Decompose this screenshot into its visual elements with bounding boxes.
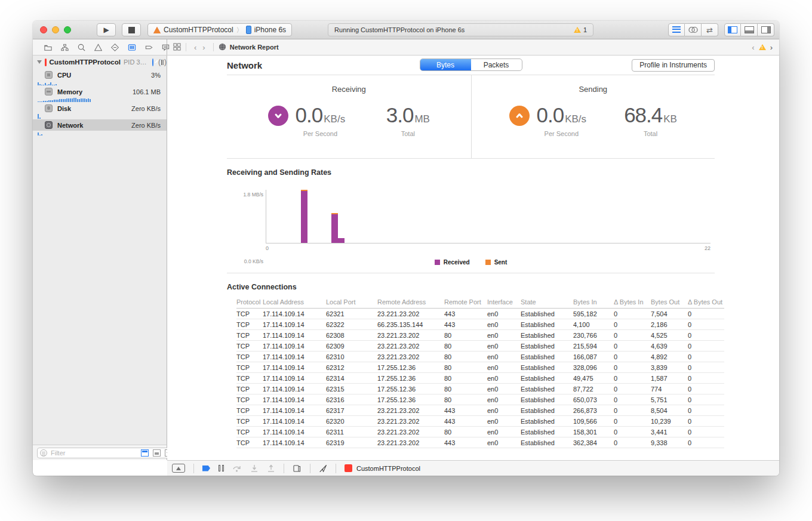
previous-issue-button[interactable]: ‹ xyxy=(751,43,755,52)
rates-chart-section: Receiving and Sending Rates 1.8 MB/s 0.0… xyxy=(227,159,715,273)
gauge-row-cpu[interactable]: CPU3% xyxy=(33,69,167,85)
column-header[interactable]: Remote Address xyxy=(377,297,444,309)
find-navigator-icon[interactable] xyxy=(77,43,86,52)
column-header[interactable]: State xyxy=(521,297,573,309)
toggle-debug-area-button[interactable] xyxy=(741,23,758,36)
table-row[interactable]: TCP17.114.109.146231617.255.12.3680en0Es… xyxy=(236,394,724,405)
run-button[interactable]: ▶ xyxy=(97,23,116,36)
step-over-button[interactable] xyxy=(232,464,242,473)
column-header[interactable]: Protocol xyxy=(236,297,263,309)
table-cell: 80 xyxy=(444,384,487,394)
filter-running-toggle-icon[interactable] xyxy=(141,449,149,457)
debug-navigator-icon[interactable] xyxy=(127,43,137,52)
segment-packets[interactable]: Packets xyxy=(471,59,522,70)
warning-count[interactable]: 1 xyxy=(583,26,587,33)
table-cell: 0 xyxy=(688,309,724,319)
table-row[interactable]: TCP17.114.109.146231417.255.12.3680en0Es… xyxy=(236,373,724,384)
column-header[interactable]: Local Port xyxy=(326,297,377,309)
related-items-icon[interactable] xyxy=(173,43,181,52)
table-row[interactable]: TCP17.114.109.146231023.221.23.20280en0E… xyxy=(236,352,724,362)
assistant-editor-button[interactable] xyxy=(685,23,702,36)
y-axis-top-label: 1.8 MB/s xyxy=(216,192,263,198)
jump-bar-title[interactable]: Network Report xyxy=(230,44,279,51)
zoom-window-button[interactable] xyxy=(64,26,71,33)
table-row[interactable]: TCP17.114.109.146231723.221.23.202443en0… xyxy=(236,405,724,416)
forward-chevron[interactable]: › xyxy=(199,43,208,52)
table-row[interactable]: TCP17.114.109.146231517.255.12.3680en0Es… xyxy=(236,384,724,394)
back-chevron[interactable]: ‹ xyxy=(191,43,199,52)
navigator-filter-bar xyxy=(33,445,167,460)
column-header[interactable]: Local Address xyxy=(263,297,326,309)
breakpoints-toggle-button[interactable] xyxy=(202,465,210,471)
table-cell: TCP xyxy=(236,384,263,394)
toggle-navigator-button[interactable] xyxy=(724,23,741,36)
symbol-navigator-icon[interactable] xyxy=(60,43,69,52)
filter-icon xyxy=(40,449,47,457)
project-navigator-icon[interactable] xyxy=(44,43,53,52)
standard-editor-button[interactable] xyxy=(668,23,685,36)
issue-navigator-icon[interactable] xyxy=(94,43,103,52)
table-cell: 62312 xyxy=(326,362,377,373)
column-header[interactable]: Δ Bytes In xyxy=(614,297,651,309)
simulate-location-button[interactable] xyxy=(319,464,327,473)
minimize-window-button[interactable] xyxy=(52,26,59,33)
table-cell: Established xyxy=(521,319,573,330)
table-cell: 2,186 xyxy=(651,319,688,330)
column-header[interactable]: Remote Port xyxy=(444,297,487,309)
table-cell: 62310 xyxy=(326,352,377,362)
receiving-total-value: 3.0 xyxy=(386,103,414,127)
step-into-button[interactable] xyxy=(250,464,259,473)
segment-bytes[interactable]: Bytes xyxy=(420,59,471,70)
close-window-button[interactable] xyxy=(40,26,47,33)
table-row[interactable]: TCP17.114.109.146231923.221.23.202443en0… xyxy=(236,437,724,448)
filter-view-toggle-icon[interactable] xyxy=(153,449,161,457)
iphone-icon xyxy=(246,26,251,34)
test-navigator-icon[interactable] xyxy=(110,43,119,52)
scheme-selector[interactable]: CustomHTTPProtocol 〉 iPhone 6s xyxy=(147,23,292,36)
column-header[interactable]: Interface xyxy=(487,297,521,309)
pause-execution-button[interactable] xyxy=(219,465,224,471)
memory-debug-icon[interactable]: () xyxy=(158,58,167,66)
next-issue-button[interactable]: › xyxy=(770,43,773,52)
gauge-row-memory[interactable]: Memory106.1 MB xyxy=(33,86,167,102)
stop-button[interactable] xyxy=(122,23,141,36)
column-header[interactable]: Bytes Out xyxy=(651,297,688,309)
table-row[interactable]: TCP17.114.109.146230923.221.23.20280en0E… xyxy=(236,341,724,352)
receiving-rate-value: 0.0 xyxy=(296,103,323,127)
table-cell: 443 xyxy=(444,405,487,416)
table-cell: 0 xyxy=(688,437,724,448)
breakpoint-navigator-icon[interactable] xyxy=(144,43,153,52)
column-header[interactable]: Δ Bytes Out xyxy=(688,297,724,309)
filter-input[interactable] xyxy=(50,449,137,457)
disclosure-triangle-icon[interactable] xyxy=(37,60,42,64)
table-cell: 8,504 xyxy=(651,405,688,416)
table-row[interactable]: TCP17.114.109.146232123.221.23.202443en0… xyxy=(236,309,724,319)
step-out-button[interactable] xyxy=(267,464,275,473)
gauge-row-disk[interactable]: DiskZero KB/s xyxy=(33,103,167,119)
table-row[interactable]: TCP17.114.109.146232023.221.23.202443en0… xyxy=(236,416,724,427)
issue-warning-icon[interactable]: ! xyxy=(759,44,766,50)
received-segment xyxy=(301,191,307,243)
table-row[interactable]: TCP17.114.109.146231217.255.12.3680en0Es… xyxy=(236,362,724,373)
table-cell: en0 xyxy=(487,373,521,384)
table-cell: 443 xyxy=(444,319,487,330)
profile-in-instruments-button[interactable]: Profile in Instruments xyxy=(632,59,715,72)
debug-process-chip[interactable]: CustomHTTPProtocol xyxy=(345,464,420,472)
table-row[interactable]: TCP17.114.109.146231123.221.23.20280en0E… xyxy=(236,427,724,437)
table-row[interactable]: TCP17.114.109.146232266.235.135.144443en… xyxy=(236,319,724,330)
table-cell: 23.221.23.202 xyxy=(377,352,444,362)
filter-field[interactable] xyxy=(37,448,176,458)
version-editor-button[interactable]: ⇄ xyxy=(702,23,718,36)
view-debugger-button[interactable] xyxy=(293,464,302,473)
toggle-inspector-button[interactable] xyxy=(758,23,774,36)
navigator-jump-row: ‹ › Network Report ‹ ! › xyxy=(33,39,779,56)
table-cell: 62321 xyxy=(326,309,377,319)
column-header[interactable]: Bytes In xyxy=(573,297,614,309)
warning-icon[interactable]: ! xyxy=(574,27,581,33)
gauge-icon[interactable] xyxy=(152,58,154,66)
hide-debug-area-button[interactable] xyxy=(172,464,185,473)
process-row[interactable]: CustomHTTPProtocol PID 3… () xyxy=(33,56,167,69)
gauge-row-network[interactable]: NetworkZero KB/s xyxy=(33,119,167,135)
table-cell: Established xyxy=(521,394,573,405)
table-row[interactable]: TCP17.114.109.146230823.221.23.20280en0E… xyxy=(236,330,724,341)
